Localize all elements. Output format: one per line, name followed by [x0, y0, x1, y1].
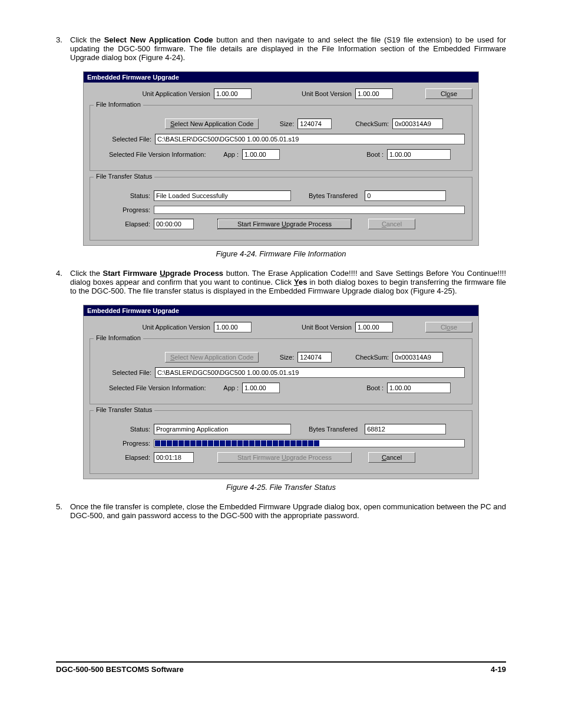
unit-app-version-label: Unit Application Version [90, 90, 214, 97]
size-label: Size: [276, 354, 297, 361]
select-new-application-code-button[interactable]: Select New Application Code [165, 118, 259, 129]
dialog-title: Embedded Firmware Upgrade [84, 72, 478, 83]
sel-ver-info-label: Selected File Version Information: [97, 151, 219, 158]
size-label: Size: [276, 120, 297, 127]
firmware-upgrade-dialog-2: Embedded Firmware Upgrade Unit Applicati… [83, 305, 479, 479]
sel-ver-info-label: Selected File Version Information: [97, 384, 219, 391]
step-number: 5. [56, 502, 70, 520]
unit-boot-version-label: Unit Boot Version [299, 324, 355, 331]
status-field: File Loaded Successfully [154, 190, 291, 201]
select-new-application-code-button: Select New Application Code [165, 352, 259, 363]
footer-right: 4-19 [491, 665, 506, 674]
group-title: File Transfer Status [94, 406, 154, 413]
figure-caption-2: Figure 4-25. File Transfer Status [56, 483, 506, 492]
status-field: Programming Application [154, 424, 291, 434]
group-title: File Information [94, 101, 143, 108]
size-field: 124074 [297, 352, 332, 363]
checksum-label: CheckSum: [355, 120, 392, 127]
cancel-button: Cancel [368, 219, 415, 229]
file-information-group: File Information Select New Application … [90, 105, 472, 171]
file-boot-field: 1.00.00 [387, 383, 451, 393]
group-title: File Information [94, 334, 143, 341]
bytes-label: Bytes Transfered [309, 426, 361, 433]
unit-app-version-field: 1.00.00 [214, 322, 252, 332]
elapsed-field: 00:00:00 [154, 219, 194, 229]
file-information-group: File Information Select New Application … [90, 338, 472, 404]
file-app-field: 1.00.00 [242, 149, 280, 160]
app-label: App : [219, 384, 242, 391]
dialog-title: Embedded Firmware Upgrade [84, 305, 478, 316]
step-4: 4. Click the Start Firmware Upgrade Proc… [56, 269, 506, 295]
start-upgrade-button[interactable]: Start Firmware Upgrade Process [217, 219, 352, 229]
selected-file-field: C:\BASLER\DGC500\DGC500 1.00.00.05.01.s1… [155, 367, 465, 378]
progress-label: Progress: [97, 206, 154, 213]
selected-file-field: C:\BASLER\DGC500\DGC500 1.00.00.05.01.s1… [155, 134, 465, 144]
firmware-upgrade-dialog-1: Embedded Firmware Upgrade Unit Applicati… [83, 71, 479, 246]
boot-label: Boot : [362, 384, 387, 391]
unit-boot-version-field: 1.00.00 [355, 322, 393, 332]
start-upgrade-button: Start Firmware Upgrade Process [217, 452, 352, 463]
step-number: 3. [56, 35, 70, 62]
selected-file-label: Selected File: [97, 136, 155, 143]
figure-caption-1: Figure 4-24. Firmware File Information [56, 249, 506, 258]
checksum-label: CheckSum: [355, 354, 392, 361]
step-text: Click the Select New Application Code bu… [70, 35, 506, 62]
bytes-label: Bytes Transfered [309, 192, 361, 199]
selected-file-label: Selected File: [97, 369, 155, 376]
file-transfer-status-group: File Transfer Status Status: File Loaded… [90, 177, 472, 241]
file-app-field: 1.00.00 [242, 383, 280, 393]
progress-bar [154, 206, 465, 214]
elapsed-field: 00:01:18 [154, 452, 194, 463]
close-button[interactable]: Close [425, 88, 472, 99]
group-title: File Transfer Status [94, 173, 154, 180]
app-label: App : [219, 151, 242, 158]
size-field: 124074 [297, 118, 332, 129]
progress-bar [154, 439, 465, 447]
unit-app-version-label: Unit Application Version [90, 324, 214, 331]
unit-boot-version-label: Unit Boot Version [299, 90, 355, 97]
boot-label: Boot : [362, 151, 387, 158]
checksum-field: 0x000314A9 [392, 118, 443, 129]
step-5: 5. Once the file transfer is complete, c… [56, 502, 506, 520]
close-button: Close [425, 322, 472, 332]
elapsed-label: Elapsed: [97, 454, 154, 461]
unit-app-version-field: 1.00.00 [214, 88, 252, 99]
step-text: Once the file transfer is complete, clos… [70, 502, 506, 520]
status-label: Status: [97, 426, 154, 433]
step-text: Click the Start Firmware Upgrade Process… [70, 269, 506, 295]
bytes-field: 68812 [365, 424, 446, 434]
checksum-field: 0x000314A9 [392, 352, 443, 363]
progress-label: Progress: [97, 440, 154, 447]
file-transfer-status-group: File Transfer Status Status: Programming… [90, 410, 472, 474]
bytes-field: 0 [365, 190, 446, 201]
file-boot-field: 1.00.00 [387, 149, 451, 160]
elapsed-label: Elapsed: [97, 220, 154, 228]
step-number: 4. [56, 269, 70, 295]
unit-boot-version-field: 1.00.00 [355, 88, 393, 99]
page-footer: DGC-500-500 BESTCOMS Software 4-19 [56, 661, 506, 674]
cancel-button[interactable]: Cancel [368, 452, 415, 463]
status-label: Status: [97, 192, 154, 199]
step-3: 3. Click the Select New Application Code… [56, 35, 506, 62]
footer-left: DGC-500-500 BESTCOMS Software [56, 665, 184, 674]
